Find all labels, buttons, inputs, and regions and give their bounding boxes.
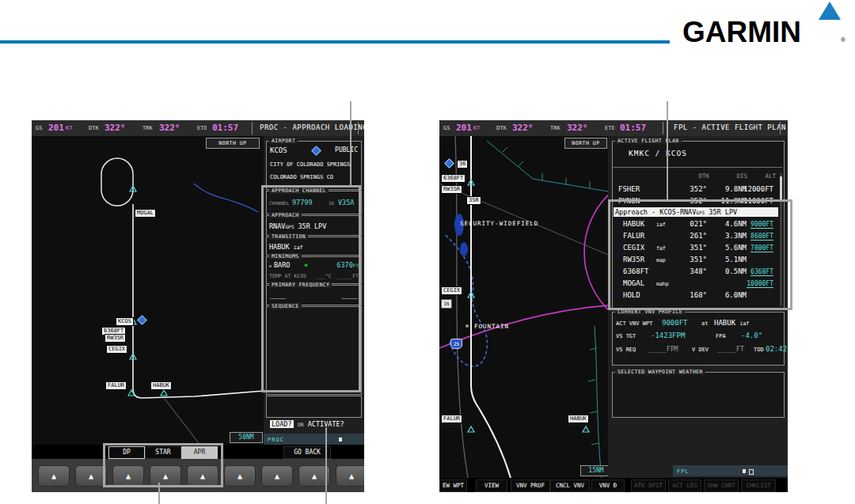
databar-divider xyxy=(780,122,781,135)
trk-label: TRK xyxy=(142,126,153,131)
tod-value: 02:42 xyxy=(766,346,787,353)
proc-page-bar-label: PROC xyxy=(268,437,284,443)
softkey-view[interactable]: VIEW xyxy=(476,479,507,492)
fpl-page-bar-label: FPL xyxy=(677,468,690,475)
page-title: FPL - ACTIVE FLIGHT PLAN xyxy=(674,124,786,131)
map-label-habuk: HABUK xyxy=(150,381,172,390)
callout-line-approach-inserted xyxy=(667,101,668,199)
bezel-softkey-9[interactable]: ▲ xyxy=(336,465,364,487)
softkey-chklist[interactable]: CHKLIST xyxy=(741,479,776,492)
bezel-softkey-7[interactable]: ▲ xyxy=(261,465,293,487)
garmin-blue-rule xyxy=(0,40,670,44)
load-option[interactable]: LOAD? xyxy=(270,420,294,428)
airport-region: COLORADO SPRINGS CO xyxy=(270,175,333,180)
col-header-dtk: DTK xyxy=(698,173,709,180)
dtk-value: 322° xyxy=(512,123,534,132)
page-indicator-square-icon xyxy=(339,438,342,441)
softkey-shw-chrt[interactable]: SHW CHRT xyxy=(704,479,739,492)
trk-value: 322° xyxy=(159,123,180,132)
garmin-wordmark: GARMIN xyxy=(682,16,801,49)
softkey-new-wpt[interactable]: EW WPT xyxy=(439,479,467,492)
databar-divider xyxy=(358,122,359,135)
left-nav-data-bar: GS 201 KT DTK 322° TRK 322° ETE 01:57 PR… xyxy=(32,120,364,137)
right-map-graphics xyxy=(439,136,608,478)
page-title: PROC - APPROACH LOADING xyxy=(260,124,364,131)
vs-tgt-value[interactable]: -1423FPM xyxy=(651,332,685,339)
act-vnv-wpt: HABUK iaf xyxy=(714,320,749,327)
callout-line-load-activate xyxy=(325,427,327,504)
softkey-vnv-prof[interactable]: VNV PROF xyxy=(511,479,550,492)
fpl-row-fsher[interactable]: FSHER352°9.8NM12000FT xyxy=(615,185,780,195)
map-label-mogal: MOGAL xyxy=(135,209,156,218)
ete-value: 01:57 xyxy=(212,123,238,132)
vs-tgt-label: VS TGT xyxy=(616,334,636,339)
vs-req-label: VS REQ xyxy=(616,347,636,353)
north-up-indicator: NORTH UP xyxy=(206,138,260,149)
softkey-cncl-vnv[interactable]: CNCL VNV xyxy=(550,479,590,492)
load-activate-prompt: LOAD? OR ACTIVATE? xyxy=(270,421,344,428)
airport-box-label: AIRPORT xyxy=(269,138,298,144)
right-map-window: NORTH UP 36 6368FT RW35R 35R SECURITY-WI… xyxy=(439,136,608,478)
registered-mark: ® xyxy=(841,36,846,44)
page-indicator-square-icon xyxy=(743,469,746,473)
gs-label: GS xyxy=(443,126,450,131)
interstate-25-shield-icon: 25 xyxy=(450,339,462,349)
garmin-logo: GARMIN ® xyxy=(682,2,850,44)
trk-label: TRK xyxy=(550,126,560,131)
map-label-fountain: FOUNTAIN xyxy=(474,323,509,330)
gs-label: GS xyxy=(36,126,42,131)
bezel-softkey-1[interactable]: ▲ xyxy=(38,465,70,487)
callout-rect-approach-selection xyxy=(261,185,361,392)
empty-box xyxy=(266,396,362,418)
fpa-value: -4.0° xyxy=(741,332,762,339)
gs-unit: KT xyxy=(66,126,72,131)
active-flight-plan-box-label: ACTIVE FLIGHT PLAN xyxy=(615,138,682,144)
map-range-readout: 50NM xyxy=(230,432,263,443)
softkey-go-back[interactable]: GO BACK xyxy=(283,446,331,459)
airport-use: PUBLIC xyxy=(335,147,358,153)
dtk-value: 322° xyxy=(104,123,126,132)
fpa-label: FPA xyxy=(716,334,726,339)
bezel-softkey-2[interactable]: ▲ xyxy=(75,465,107,487)
gs-unit: KT xyxy=(473,126,480,131)
dtk-label: DTK xyxy=(496,126,507,131)
softkey-vnv-direct-to[interactable]: VNV Ð xyxy=(591,479,625,492)
col-header-alt: ALT xyxy=(765,173,776,180)
waypoint-weather-box: SELECTED WAYPOINT WEATHER xyxy=(612,372,785,418)
fpl-route: KMKC / KCOS xyxy=(629,150,687,157)
tod-label: TOD xyxy=(754,347,764,353)
map-label-36: 36 xyxy=(457,160,468,169)
airport-city: CITY OF COLORADO SPRINGS xyxy=(270,162,350,168)
callout-line-procedure-softkeys xyxy=(158,483,160,504)
gs-value: 201 xyxy=(456,123,472,132)
fpl-divider xyxy=(613,167,782,168)
softkey-act-leg[interactable]: ACT LEG xyxy=(668,479,701,492)
manual-page: GARMIN ® GS 201 KT DTK 322° TRK 322° ETE… xyxy=(0,0,855,504)
trk-value: 322° xyxy=(567,123,588,132)
airport-box: AIRPORT KCOS PUBLIC CITY OF COLORADO SPR… xyxy=(266,141,362,190)
map-label-cegix: CEGIX xyxy=(106,345,127,354)
airport-ident: KCOS xyxy=(270,147,287,154)
v-dev-value: _____FT xyxy=(717,347,744,353)
map-label-6368ft: 6368FT xyxy=(441,174,466,183)
right-nav-data-bar: GS 201 KT DTK 322° TRK 322° ETE 01:57 FP… xyxy=(439,120,788,137)
act-vnv-alt[interactable]: 9000FT xyxy=(662,320,688,327)
callout-rect-approach-in-flight-plan xyxy=(608,199,792,310)
ete-label: ETE xyxy=(197,126,207,131)
dtk-label: DTK xyxy=(89,126,99,131)
north-up-indicator: NORTH UP xyxy=(564,138,607,149)
col-header-dis: DIS xyxy=(736,173,747,180)
page-indicator-square-outline-icon xyxy=(749,469,754,475)
ete-label: ETE xyxy=(605,126,615,131)
bezel-softkey-6[interactable]: ▲ xyxy=(224,465,256,487)
softkey-row: EW WPT VIEW VNV PROF CNCL VNV VNV Ð ATK … xyxy=(439,478,788,492)
fpl-scrollbar-thumb[interactable] xyxy=(780,176,782,200)
softkey-atk-ofst[interactable]: ATK OFST xyxy=(631,479,666,492)
highway-35-shield-icon: 35 xyxy=(441,299,452,309)
databar-divider xyxy=(252,122,253,135)
proc-page-bar: PROC xyxy=(264,434,364,445)
fpl-page-bar: FPL xyxy=(673,465,788,476)
ete-value: 01:57 xyxy=(620,123,646,132)
map-label-kcos: KCOS xyxy=(116,317,134,326)
map-label-falur: FALUR xyxy=(105,381,127,390)
